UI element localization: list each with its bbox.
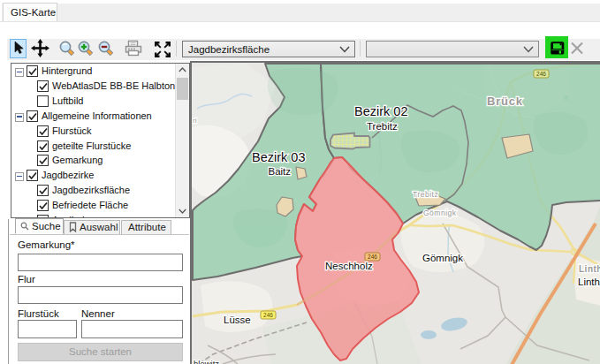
svg-text:hlewitz: hlewitz [194, 359, 219, 364]
svg-text:Gömnigk: Gömnigk [423, 209, 457, 217]
svg-text:ri: ri [193, 117, 197, 125]
svg-text:Linth: Linth [579, 264, 600, 274]
svg-text:Lüsse: Lüsse [224, 315, 251, 325]
svg-text:246: 246 [368, 254, 377, 260]
svg-text:246: 246 [263, 312, 273, 318]
svg-text:Bezirk 03: Bezirk 03 [252, 150, 305, 164]
svg-text:Bezirk 02: Bezirk 02 [354, 104, 407, 118]
svg-text:Trebitz: Trebitz [413, 190, 438, 199]
svg-text:Neschholz: Neschholz [325, 261, 373, 271]
svg-text:Brück: Brück [487, 95, 523, 108]
svg-text:Trebitz: Trebitz [367, 121, 398, 132]
svg-text:Gömnigk: Gömnigk [422, 253, 463, 263]
svg-text:246: 246 [536, 71, 546, 77]
svg-text:Linthe: Linthe [578, 277, 600, 287]
svg-text:Baitz: Baitz [269, 166, 292, 177]
